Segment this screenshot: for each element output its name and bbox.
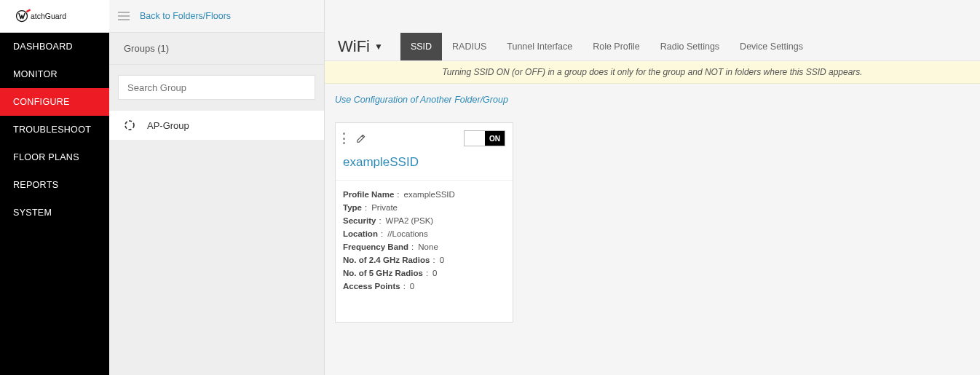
nav-troubleshoot[interactable]: TROUBLESHOOT <box>0 116 109 143</box>
nav-monitor[interactable]: MONITOR <box>0 60 109 88</box>
hamburger-icon[interactable] <box>118 12 130 20</box>
watchguard-logo-icon: atchGuard <box>15 7 95 25</box>
more-options-icon[interactable] <box>343 133 346 144</box>
group-loading-icon <box>124 119 135 131</box>
main-content: WiFi ▼ SSID RADIUS Tunnel Interface Role… <box>325 0 980 375</box>
prop-type: Type:Private <box>343 201 505 214</box>
tab-radius[interactable]: RADIUS <box>442 33 497 60</box>
nav-configure[interactable]: CONFIGURE <box>0 88 109 116</box>
edit-icon[interactable] <box>356 133 366 143</box>
prop-24ghz-radios: No. of 2.4 GHz Radios:0 <box>343 253 505 267</box>
ssid-card: ON exampleSSID Profile Name:exampleSSID … <box>335 122 513 323</box>
nav-floor-plans[interactable]: FLOOR PLANS <box>0 143 109 171</box>
groups-panel: Back to Folders/Floors Groups (1) AP-Gro… <box>109 0 325 375</box>
group-search-wrap <box>109 65 324 110</box>
breadcrumb: Back to Folders/Floors <box>109 0 324 33</box>
prop-location: Location://Locations <box>343 227 505 240</box>
tab-device-settings[interactable]: Device Settings <box>730 33 813 60</box>
tab-role-profile[interactable]: Role Profile <box>582 33 650 60</box>
group-row-ap-group[interactable]: AP-Group <box>109 110 324 141</box>
tabs-row: WiFi ▼ SSID RADIUS Tunnel Interface Role… <box>325 33 980 61</box>
prop-5ghz-radios: No. of 5 GHz Radios:0 <box>343 267 505 280</box>
ssid-toggle[interactable]: ON <box>464 130 505 146</box>
tab-ssid[interactable]: SSID <box>400 33 442 60</box>
nav-dashboard[interactable]: DASHBOARD <box>0 33 109 60</box>
svg-point-3 <box>125 121 134 130</box>
ssid-name-link[interactable]: exampleSSID <box>336 152 513 180</box>
svg-rect-1 <box>26 9 31 12</box>
nav-system[interactable]: SYSTEM <box>0 199 109 226</box>
caret-down-icon: ▼ <box>374 42 383 52</box>
prop-frequency-band: Frequency Band:None <box>343 240 505 253</box>
svg-text:atchGuard: atchGuard <box>31 12 66 20</box>
ssid-card-body: Profile Name:exampleSSID Type:Private Se… <box>336 180 513 322</box>
tab-tunnel-interface[interactable]: Tunnel Interface <box>497 33 582 60</box>
prop-profile-name: Profile Name:exampleSSID <box>343 188 505 201</box>
nav-reports[interactable]: REPORTS <box>0 171 109 199</box>
group-search-input[interactable] <box>118 75 315 100</box>
section-title-label: WiFi <box>338 37 370 56</box>
back-to-folders-link[interactable]: Back to Folders/Floors <box>140 11 231 21</box>
toggle-on-label: ON <box>485 131 505 146</box>
prop-security: Security:WPA2 (PSK) <box>343 214 505 227</box>
group-name-label: AP-Group <box>147 120 189 131</box>
info-notice: Turning SSID ON (or OFF) in a group does… <box>325 61 980 84</box>
nav-items: DASHBOARD MONITOR CONFIGURE TROUBLESHOOT… <box>0 33 109 226</box>
prop-access-points: Access Points:0 <box>343 280 505 293</box>
use-other-config-link[interactable]: Use Configuration of Another Folder/Grou… <box>335 95 508 105</box>
sidebar-nav: atchGuard DASHBOARD MONITOR CONFIGURE TR… <box>0 0 109 375</box>
groups-header: Groups (1) <box>109 33 324 65</box>
tab-radio-settings[interactable]: Radio Settings <box>650 33 730 60</box>
section-dropdown[interactable]: WiFi ▼ <box>338 37 383 56</box>
logo: atchGuard <box>0 0 109 33</box>
